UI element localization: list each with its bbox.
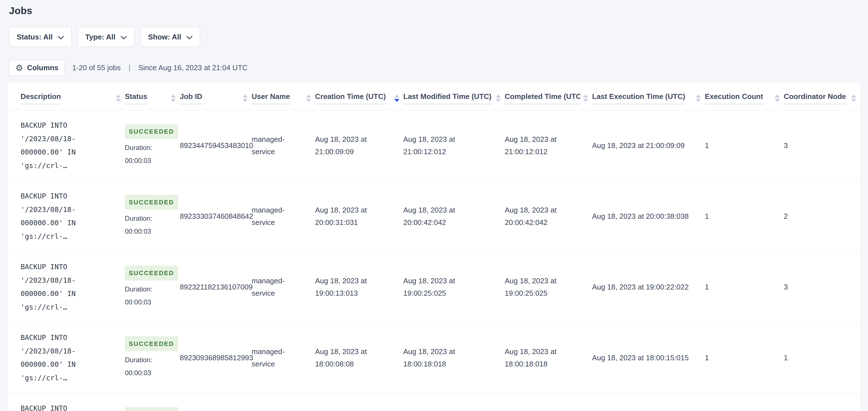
filter-type[interactable]: Type: All [78,27,134,47]
job-id-cell: 892321182136107009 [180,252,252,322]
column-header-user-name[interactable]: User Name [252,83,315,110]
creation-time-cell: Aug 18, 2023 at 21:00:09:09 [315,110,403,181]
user-name-cell: managed- service [252,322,315,393]
user-name-cell: managed- service [252,252,315,322]
status-badge: SUCCEEDED [125,266,178,281]
table-body: BACKUP INTO '/2023/08/18- 000000.00' IN … [8,110,860,411]
jobs-table: Description Status Job ID [8,83,860,411]
sort-icons[interactable] [116,94,121,102]
coordinator-node-cell: 3 [784,110,860,181]
column-header-coordinator-node[interactable]: Coordinator Node [784,83,860,110]
sort-asc-icon[interactable] [394,94,399,97]
sort-desc-icon[interactable] [496,99,501,102]
sort-icons[interactable] [243,94,248,102]
column-header-last-modified-time[interactable]: Last Modified Time (UTC) [403,83,505,110]
filter-status[interactable]: Status: All [9,27,71,47]
column-header-label: Completed Time (UTC) [505,92,580,104]
sort-icons[interactable] [775,94,780,102]
columns-button-label: Columns [27,63,58,72]
coordinator-node-cell: 1 [784,322,860,393]
column-header-completed-time[interactable]: Completed Time (UTC) [505,83,592,110]
last-modified-time-cell: Aug 18, 2023 at 20:00:42:042 [403,181,505,252]
column-header-last-execution-time[interactable]: Last Execution Time (UTC) [592,83,705,110]
sort-icons[interactable] [171,94,176,102]
column-header-label: Coordinator Node [784,92,846,104]
sort-asc-icon[interactable] [171,94,176,97]
description-cell: BACKUP INTO '/2023/08/18- 000000.00' IN … [8,181,125,252]
filter-show[interactable]: Show: All [141,27,200,47]
description-cell: BACKUP INTO '/2023/08/18- 000000.00' IN … [8,393,125,411]
last-modified-time-cell: Aug 18, 2023 at 21:00:12:012 [403,110,505,181]
column-header-label: Job ID [180,92,202,104]
execution-count-cell: 1 [705,252,784,322]
duration-label: Duration: [125,212,173,225]
status-badge: SUCCEEDED [125,336,178,351]
table-row[interactable]: BACKUP INTO '/2023/08/18- 000000.00' IN … [8,181,860,252]
sort-desc-icon[interactable] [116,99,121,102]
column-header-execution-count[interactable]: Execution Count [705,83,784,110]
sort-icons[interactable] [496,94,501,102]
column-header-creation-time[interactable]: Creation Time (UTC) [315,83,403,110]
column-header-label: Status [125,92,147,104]
filter-dropdown-label: Show: All [148,33,181,41]
sort-asc-icon[interactable] [306,94,311,97]
sort-desc-icon[interactable] [243,99,248,102]
sort-desc-icon[interactable] [851,99,856,102]
sort-asc-icon[interactable] [851,94,856,97]
table-row[interactable]: BACKUP INTO '/2023/08/18- 000000.00' IN … [8,393,860,411]
sort-desc-icon[interactable] [306,99,311,102]
last-modified-time-cell: Aug 18, 2023 at 19:00:25:025 [403,252,505,322]
coordinator-node-cell: 2 [784,181,860,252]
job-id-cell: 892344759453483010 [180,110,252,181]
user-name-cell: managed- service [252,110,315,181]
creation-time-cell: Aug 18, 2023 at 20:00:31:031 [315,181,403,252]
sort-icons[interactable] [306,94,311,102]
sort-asc-icon[interactable] [775,94,780,97]
table-row[interactable]: BACKUP INTO '/2023/08/18- 000000.00' IN … [8,322,860,393]
status-badge: SUCCEEDED [125,195,178,210]
columns-button[interactable]: ⚙ Columns [9,60,65,76]
column-header-description[interactable]: Description [8,83,125,110]
sort-desc-icon[interactable] [775,99,780,102]
execution-count-cell: 1 [705,322,784,393]
last-execution-time-cell: Aug 18, 2023 at 17:00:22:022 [592,393,705,411]
column-header-job-id[interactable]: Job ID [180,83,252,110]
column-header-status[interactable]: Status [125,83,180,110]
last-modified-time-cell: Aug 18, 2023 at 18:00:18:018 [403,322,505,393]
description-cell: BACKUP INTO '/2023/08/18- 000000.00' IN … [8,252,125,322]
sort-icons[interactable] [851,94,856,102]
sort-icons[interactable] [696,94,701,102]
jobs-page: Jobs Status: All Type: All Show: All ⚙ C… [0,5,868,411]
status-badge: SUCCEEDED [125,124,178,139]
last-modified-time-cell: Aug 18, 2023 at 17:00:25:025 [403,393,505,411]
sort-desc-icon[interactable] [583,99,588,102]
status-cell: SUCCEEDED Duration: 00:00:03 [125,252,180,322]
sort-icons[interactable] [583,94,588,102]
last-execution-time-cell: Aug 18, 2023 at 18:00:15:015 [592,322,705,393]
description-text: BACKUP INTO '/2023/08/18- 000000.00' IN … [21,263,76,311]
sort-asc-icon[interactable] [496,94,501,97]
sort-desc-icon[interactable] [394,99,399,102]
duration-value: 00:00:03 [125,154,173,167]
description-text: BACKUP INTO '/2023/08/18- 000000.00' IN … [21,192,76,240]
sort-icons[interactable] [394,94,399,102]
sort-desc-icon[interactable] [696,99,701,102]
sort-asc-icon[interactable] [116,94,121,97]
sort-asc-icon[interactable] [583,94,588,97]
table-row[interactable]: BACKUP INTO '/2023/08/18- 000000.00' IN … [8,110,860,181]
column-header-label: Description [21,92,61,104]
completed-time-cell: Aug 18, 2023 at 18:00:18:018 [505,322,592,393]
sort-asc-icon[interactable] [696,94,701,97]
user-name-cell: managed- service [252,393,315,411]
column-header-label: User Name [252,92,290,104]
filter-bar: Status: All Type: All Show: All [9,27,868,47]
job-id-cell: 892297573923061762 [180,393,252,411]
table-toolbar: ⚙ Columns 1-20 of 55 jobs | Since Aug 16… [9,60,868,76]
last-execution-time-cell: Aug 18, 2023 at 21:00:09:09 [592,110,705,181]
table-row[interactable]: BACKUP INTO '/2023/08/18- 000000.00' IN … [8,252,860,322]
creation-time-cell: Aug 18, 2023 at 17:00:09:09 [315,393,403,411]
completed-time-cell: Aug 18, 2023 at 17:00:25:025 [505,393,592,411]
sort-desc-icon[interactable] [171,99,176,102]
sort-asc-icon[interactable] [243,94,248,97]
completed-time-cell: Aug 18, 2023 at 19:00:25:025 [505,252,592,322]
